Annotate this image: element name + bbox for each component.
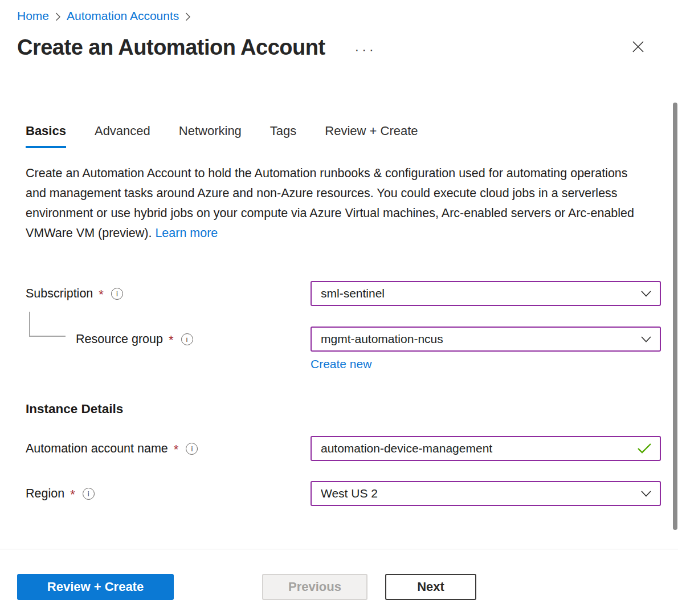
account-name-row: Automation account name* i — [0, 436, 678, 461]
description-text: Create an Automation Account to hold the… — [26, 166, 634, 240]
region-row: Region* i — [0, 481, 678, 506]
required-asterisk: * — [70, 487, 75, 502]
create-new-row: Create new — [0, 357, 678, 371]
tab-networking[interactable]: Networking — [179, 124, 242, 148]
resource-group-row: Resource group* i — [0, 327, 678, 352]
create-new-link[interactable]: Create new — [311, 357, 371, 370]
create-automation-account-panel: Home Automation Accounts Create an Autom… — [0, 0, 678, 616]
panel-description: Create an Automation Account to hold the… — [26, 164, 650, 243]
subscription-label-text: Subscription — [26, 287, 93, 301]
tab-tags[interactable]: Tags — [270, 124, 296, 148]
resource-group-input[interactable] — [312, 332, 640, 346]
account-name-field[interactable] — [311, 436, 661, 461]
region-input[interactable] — [312, 487, 640, 500]
subscription-label: Subscription* i — [17, 286, 311, 301]
review-create-button[interactable]: Review + Create — [17, 574, 174, 600]
required-asterisk: * — [99, 287, 104, 302]
required-asterisk: * — [174, 442, 179, 457]
subscription-row: Subscription* i — [0, 281, 678, 306]
chevron-down-icon[interactable] — [640, 290, 660, 297]
resource-group-dropdown[interactable] — [311, 327, 661, 352]
region-label-text: Region — [26, 487, 64, 501]
tab-advanced[interactable]: Advanced — [95, 124, 150, 148]
breadcrumb-automation-accounts[interactable]: Automation Accounts — [67, 9, 179, 23]
instance-details-heading: Instance Details — [26, 402, 661, 417]
close-panel-button[interactable] — [628, 36, 648, 59]
wizard-tabs: Basics Advanced Networking Tags Review +… — [26, 124, 661, 148]
tab-review-create[interactable]: Review + Create — [325, 124, 418, 148]
wizard-footer: Review + Create Previous Next — [0, 549, 678, 616]
region-dropdown[interactable] — [311, 481, 661, 506]
account-name-label-text: Automation account name — [26, 442, 168, 456]
chevron-down-icon[interactable] — [640, 336, 660, 343]
tab-basics[interactable]: Basics — [26, 124, 66, 148]
account-name-input[interactable] — [312, 442, 637, 455]
chevron-right-icon — [185, 12, 191, 22]
valid-checkmark-icon — [637, 443, 660, 454]
next-button[interactable]: Next — [385, 574, 476, 600]
subscription-input[interactable] — [312, 287, 640, 300]
breadcrumb: Home Automation Accounts — [0, 0, 678, 23]
subscription-dropdown[interactable] — [311, 281, 661, 306]
panel-header: Create an Automation Account ··· — [0, 35, 678, 60]
info-icon[interactable]: i — [181, 333, 193, 345]
learn-more-link[interactable]: Learn more — [155, 226, 218, 240]
resource-group-label-text: Resource group — [76, 332, 163, 346]
scrollbar-thumb[interactable] — [673, 103, 677, 530]
info-icon[interactable]: i — [83, 488, 95, 500]
chevron-right-icon — [55, 12, 61, 22]
info-icon[interactable]: i — [186, 443, 198, 455]
close-icon — [630, 39, 646, 56]
info-icon[interactable]: i — [111, 288, 123, 300]
resource-group-label: Resource group* i — [17, 332, 311, 346]
account-name-label: Automation account name* i — [17, 441, 311, 456]
chevron-down-icon[interactable] — [640, 490, 660, 497]
more-options-icon[interactable]: ··· — [355, 42, 377, 58]
breadcrumb-home[interactable]: Home — [17, 9, 49, 23]
required-asterisk: * — [169, 333, 174, 348]
previous-button[interactable]: Previous — [262, 574, 367, 600]
page-title: Create an Automation Account — [17, 35, 325, 60]
region-label: Region* i — [17, 486, 311, 501]
